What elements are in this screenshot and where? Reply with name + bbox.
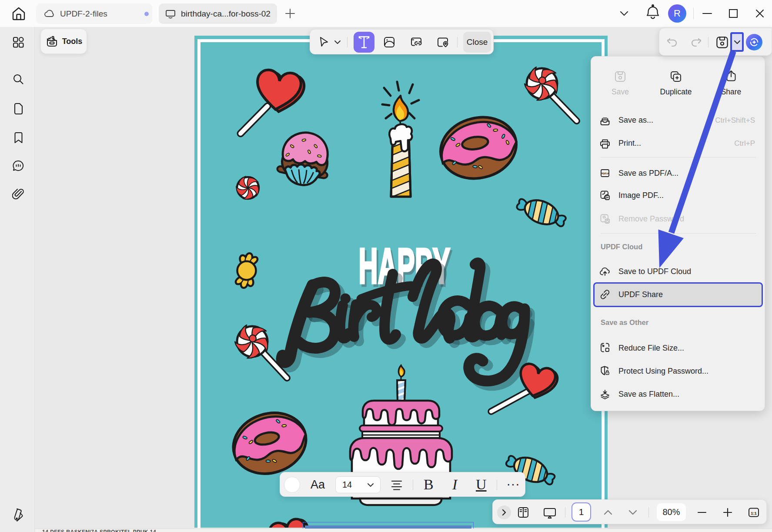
svg-text:1:1: 1:1: [751, 511, 757, 515]
svg-text:PDF/A: PDF/A: [601, 172, 609, 175]
